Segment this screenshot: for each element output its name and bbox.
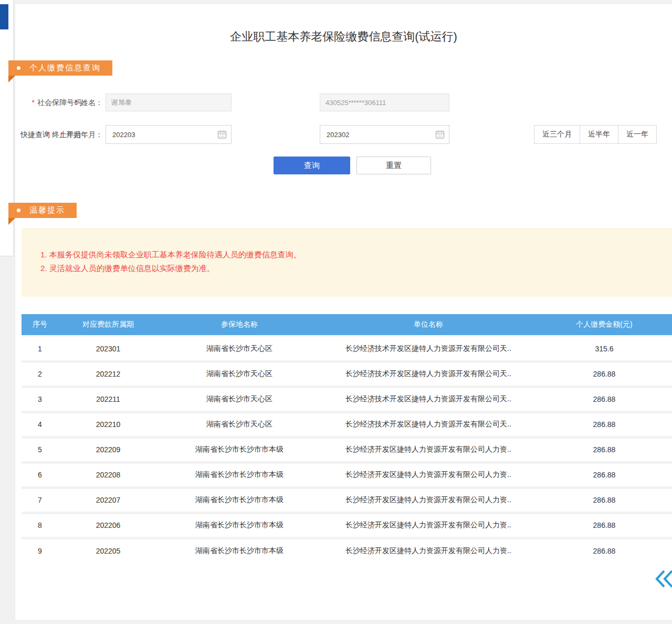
cell-amount: 315.6 (536, 336, 672, 361)
cell-period: 202209 (58, 437, 158, 462)
table-row: 5202209湖南省长沙市长沙市市本级长沙经济开发区捷特人力资源开发有限公司人力… (22, 437, 672, 462)
quick-option-1[interactable]: 近三个月 (534, 125, 580, 144)
section-badge-label: 个人缴费信息查询 (29, 63, 101, 73)
cell-period: 202301 (58, 336, 158, 361)
cell-amount: 286.88 (536, 538, 672, 563)
form-actions: 查询 重置 (15, 157, 672, 174)
cell-no: 4 (22, 412, 58, 437)
start-month-field (106, 125, 232, 144)
table-row: 6202208湖南省长沙市长沙市市本级长沙经济开发区捷特人力资源开发有限公司人力… (22, 462, 672, 487)
cell-no: 1 (22, 336, 58, 361)
payment-table-body: 1202301湖南省长沙市天心区长沙经济技术开发区捷特人力资源开发有限公司天..… (22, 336, 672, 563)
cell-no: 2 (22, 361, 58, 387)
column-header-period: 对应费款所属期 (58, 314, 158, 336)
cell-company: 长沙经济技术开发区捷特人力资源开发有限公司天.. (321, 336, 536, 361)
start-month-input[interactable] (106, 125, 232, 144)
cell-region: 湖南省长沙市长沙市市本级 (158, 437, 321, 462)
form-row-identity: *姓名： *社会保障号码： (15, 93, 672, 111)
required-asterisk: * (32, 98, 35, 107)
quick-option-3[interactable]: 近一年 (618, 125, 657, 144)
calendar-icon[interactable] (435, 130, 445, 139)
payment-table: 序号 对应费款所属期 参保地名称 单位名称 个人缴费金额(元) 1202301湖… (22, 314, 672, 563)
tips-line-2: 2. 灵活就业人员的缴费单位信息以实际缴费为准。 (40, 262, 662, 275)
cell-period: 202210 (58, 412, 158, 437)
cell-no: 6 (22, 462, 58, 487)
calendar-icon[interactable] (217, 130, 227, 139)
cell-company: 长沙经济技术开发区捷特人力资源开发有限公司天.. (321, 387, 536, 412)
cell-amount: 286.88 (536, 387, 672, 412)
column-header-no: 序号 (22, 314, 58, 336)
form-row-dates: *开始年月： *终止年月： 快捷查询： (15, 125, 672, 144)
cell-company: 长沙经济开发区捷特人力资源开发有限公司人力资.. (321, 462, 536, 487)
bullet-icon (17, 209, 20, 212)
cell-region: 湖南省长沙市天心区 (158, 336, 321, 361)
quick-query-label: 快捷查询： (15, 125, 57, 144)
cell-no: 5 (22, 437, 58, 462)
quick-option-2[interactable]: 近半年 (580, 125, 618, 144)
cell-region: 湖南省长沙市天心区 (158, 412, 321, 437)
cell-company: 长沙经济技术开发区捷特人力资源开发有限公司天.. (321, 361, 536, 387)
cell-region: 湖南省长沙市长沙市市本级 (158, 487, 321, 513)
cell-amount: 286.88 (536, 487, 672, 513)
collapse-double-chevron-icon[interactable] (653, 568, 672, 589)
table-row: 7202207湖南省长沙市长沙市市本级长沙经济开发区捷特人力资源开发有限公司人力… (22, 487, 672, 513)
cell-period: 202212 (58, 361, 158, 387)
end-month-input[interactable] (320, 125, 449, 144)
cell-no: 8 (22, 513, 58, 538)
cell-region: 湖南省长沙市天心区 (158, 387, 321, 412)
cell-region: 湖南省长沙市长沙市市本级 (158, 538, 321, 563)
cell-region: 湖南省长沙市长沙市市本级 (158, 462, 321, 487)
cell-company: 长沙经济开发区捷特人力资源开发有限公司人力资.. (321, 487, 536, 513)
cell-company: 长沙经济开发区捷特人力资源开发有限公司人力资.. (321, 513, 536, 538)
reset-button[interactable]: 重置 (356, 157, 431, 174)
table-row: 1202301湖南省长沙市天心区长沙经济技术开发区捷特人力资源开发有限公司天..… (22, 336, 672, 361)
cell-company: 长沙经济开发区捷特人力资源开发有限公司人力资.. (321, 538, 536, 563)
cell-no: 9 (22, 538, 58, 563)
cell-amount: 286.88 (536, 437, 672, 462)
cell-no: 3 (22, 387, 58, 412)
cell-period: 202207 (58, 487, 158, 513)
cell-amount: 286.88 (536, 412, 672, 437)
cell-period: 202208 (58, 462, 158, 487)
cell-amount: 286.88 (536, 462, 672, 487)
cell-region: 湖南省长沙市天心区 (158, 361, 321, 387)
cell-amount: 286.88 (536, 361, 672, 387)
name-input (106, 93, 232, 111)
table-row: 2202212湖南省长沙市天心区长沙经济技术开发区捷特人力资源开发有限公司天..… (22, 361, 672, 387)
ssn-input (320, 93, 449, 111)
main-panel: 企业职工基本养老保险缴费信息查询(试运行) 个人缴费信息查询 *姓名： *社会保… (15, 4, 672, 620)
cell-period: 202211 (58, 387, 158, 412)
quick-query-group: 近三个月近半年近一年 (534, 125, 657, 144)
section-badge-tips: 温馨提示 (8, 203, 77, 218)
bullet-icon (17, 66, 20, 70)
cell-period: 202206 (58, 513, 158, 538)
table-row: 9202205湖南省长沙市长沙市市本级长沙经济开发区捷特人力资源开发有限公司人力… (22, 538, 672, 563)
section-badge-personal-query: 个人缴费信息查询 (8, 60, 112, 76)
section-badge-label: 温馨提示 (29, 205, 65, 215)
tips-notice-box: 1. 本服务仅提供尚未领取企业职工基本养老保险待遇人员的缴费信息查询。 2. 灵… (22, 228, 672, 297)
cell-no: 7 (22, 487, 58, 513)
column-header-region: 参保地名称 (158, 314, 321, 336)
page-title: 企业职工基本养老保险缴费信息查询(试运行) (15, 29, 672, 45)
cell-amount: 286.88 (536, 513, 672, 538)
tips-line-1: 1. 本服务仅提供尚未领取企业职工基本养老保险待遇人员的缴费信息查询。 (40, 248, 662, 262)
cell-company: 长沙经济开发区捷特人力资源开发有限公司人力资.. (321, 437, 536, 462)
table-header-row: 序号 对应费款所属期 参保地名称 单位名称 个人缴费金额(元) (22, 314, 672, 336)
cell-period: 202205 (58, 538, 158, 563)
cell-region: 湖南省长沙市长沙市市本级 (158, 513, 321, 538)
end-month-field (320, 125, 449, 144)
table-row: 8202206湖南省长沙市长沙市市本级长沙经济开发区捷特人力资源开发有限公司人力… (22, 513, 672, 538)
table-row: 3202211湖南省长沙市天心区长沙经济技术开发区捷特人力资源开发有限公司天..… (22, 387, 672, 412)
ssn-label: *社会保障号码： (15, 93, 89, 111)
column-header-company: 单位名称 (321, 314, 536, 336)
table-row: 4202210湖南省长沙市天心区长沙经济技术开发区捷特人力资源开发有限公司天..… (22, 412, 672, 437)
sidebar-toggle-tab[interactable] (0, 4, 8, 29)
cell-company: 长沙经济技术开发区捷特人力资源开发有限公司天.. (321, 412, 536, 437)
column-header-amount: 个人缴费金额(元) (536, 314, 672, 336)
query-button[interactable]: 查询 (274, 157, 350, 174)
